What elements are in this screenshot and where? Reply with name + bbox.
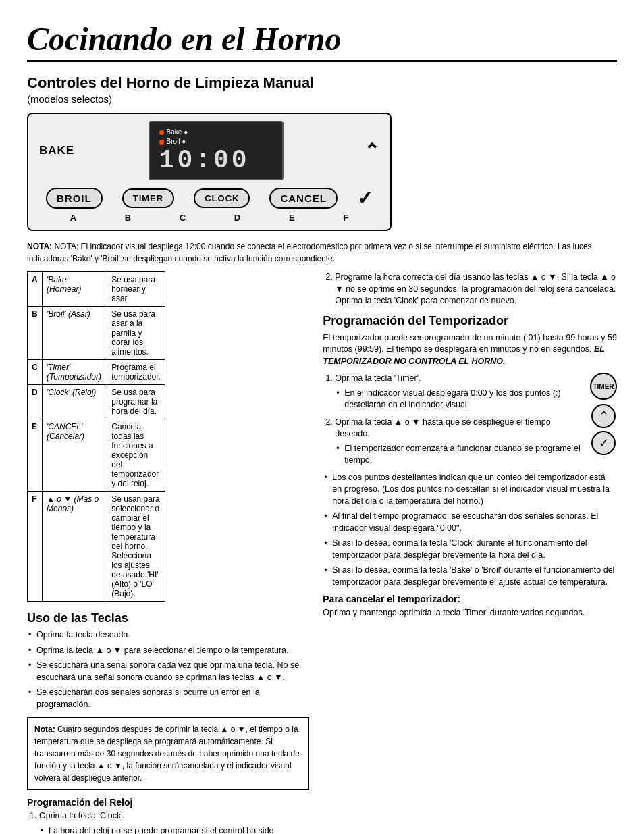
prog-temp-extra-2: Al final del tiempo programado, se escuc… (323, 511, 617, 534)
table-cell-desc: Cancela todas las funciones a excepción … (107, 419, 165, 492)
prog-reloj-list: Oprima la tecla 'Clock'. La hora del rel… (27, 810, 309, 834)
table-row: C 'Timer' (Temporizador) Programa el tem… (28, 360, 165, 385)
oven-panel: BAKE Bake ● Broil ● 10:00 ⌃ (27, 113, 392, 231)
no-controla-label: EL TEMPORIZADOR NO CONTROLA EL HORNO. (323, 344, 604, 366)
uso-bullet-list: Oprima la tecla deseada.Oprima la tecla … (27, 629, 309, 710)
note-box-label: Nota: (34, 725, 55, 734)
prog-temp-intro: El temporizador puede ser programado de … (323, 332, 617, 368)
bake-indicator-dot (159, 130, 164, 135)
table-row: A 'Bake' (Hornear) Se usa para hornear y… (28, 272, 165, 307)
bake-label: BAKE (39, 144, 74, 157)
cancelar-text: Oprima y mantenga oprimida la tecla 'Tim… (323, 607, 617, 619)
table-cell-letter: D (28, 385, 43, 419)
note-box: Nota: Cuatro segundos después de oprimir… (27, 717, 309, 790)
oven-display: Bake ● Broil ● 10:00 (149, 121, 284, 180)
list-item: Oprima la tecla ▲ o ▼ para seleccionar e… (27, 645, 309, 657)
table-cell-letter: A (28, 272, 43, 307)
letter-b: B (125, 213, 131, 223)
timer-icon-button[interactable]: TIMER (590, 373, 617, 400)
prog-reloj-step1: Oprima la tecla 'Clock'. La hora del rel… (39, 810, 309, 834)
prog-temp-extra-4: Si así lo desea, oprima la tecla 'Bake' … (323, 565, 617, 588)
prog-temp-extra-3: Si así lo desea, oprima la tecla 'Clock'… (323, 538, 617, 561)
cancel-button[interactable]: CANCEL (269, 188, 338, 209)
time-display: 10:00 (159, 148, 250, 174)
table-row: D 'Clock' (Reloj) Se usa para programar … (28, 385, 165, 419)
timer-button-area: TIMER (122, 188, 174, 208)
table-cell-name: 'Clock' (Reloj) (43, 385, 107, 419)
broil-button[interactable]: BROIL (46, 188, 103, 209)
prog-temp-bullet2: El temporizador comenzará a funcionar cu… (335, 443, 583, 467)
prog-temp-extra-bullets: Los dos puntos destellantes indican que … (323, 472, 617, 589)
table-cell-letter: B (28, 307, 43, 360)
table-cell-letter: C (28, 360, 43, 385)
prog-temp-steps: Oprima la tecla 'Timer'. En el indicador… (323, 373, 583, 467)
uso-heading: Uso de las Teclas (27, 611, 309, 625)
table-cell-desc: Se usa para programar la hora del día. (107, 385, 165, 419)
table-row: E 'CANCEL' (Cancelar) Cancela todas las … (28, 419, 165, 492)
list-item: Se escucharán dos señales sonoras si ocu… (27, 687, 309, 710)
clock-button[interactable]: CLOCK (194, 188, 250, 208)
note-box-text: Cuatro segundos después de oprimir la te… (34, 725, 300, 783)
timer-icon-area: TIMER ⌃ ✓ (590, 373, 617, 458)
down-arrow-icon[interactable]: ✓ (591, 431, 616, 455)
letter-a: A (70, 213, 76, 223)
prog-reloj-step2-list: Programe la hora correcta del día usando… (323, 271, 617, 307)
table-cell-desc: Se usa para hornear y asar. (107, 272, 165, 307)
prog-reloj-heading: Programación del Reloj (27, 797, 309, 808)
down-arrow-button[interactable]: ✓ (357, 187, 373, 209)
table-cell-desc: Programa el temporizador. (107, 360, 165, 385)
table-cell-name: 'CANCEL' (Cancelar) (43, 419, 107, 492)
prog-temp-step1: Oprima la tecla 'Timer'. En el indicador… (335, 373, 583, 411)
cancel-button-area: CANCEL (269, 188, 338, 209)
table-cell-letter: E (28, 419, 43, 492)
feature-table: A 'Bake' (Hornear) Se usa para hornear y… (27, 271, 165, 602)
list-item: Oprima la tecla deseada. (27, 629, 309, 642)
prog-temp-bullet1: En el indicador visual desplegará 0:00 y… (335, 388, 583, 411)
letter-d: D (234, 213, 240, 223)
table-cell-desc: Se usan para seleccionar o cambiar el ti… (107, 492, 165, 602)
table-cell-name: ▲ o ▼ (Más o Menos) (43, 492, 107, 602)
table-cell-name: 'Broil' (Asar) (43, 307, 107, 360)
table-row: B 'Broil' (Asar) Se usa para asar a la p… (28, 307, 165, 360)
prog-reloj-step2: Programe la hora correcta del día usando… (335, 271, 617, 307)
broil-indicator-label: Broil ● (167, 137, 186, 147)
panel-letters-row: A B C D E F (39, 213, 379, 223)
bake-indicator-label: Bake ● (167, 128, 188, 137)
table-cell-name: 'Bake' (Hornear) (43, 272, 107, 307)
up-arrow-icon[interactable]: ⌃ (591, 404, 616, 428)
cancelar-heading: Para cancelar el temporizador: (323, 594, 617, 604)
table-cell-desc: Se usa para asar a la parrilla y dorar l… (107, 307, 165, 360)
table-row: F ▲ o ▼ (Más o Menos) Se usan para selec… (28, 492, 165, 602)
letter-f: F (343, 213, 348, 223)
nota-text: NOTA: El indicador visual despliega 12:0… (27, 242, 592, 263)
page-title: Cocinando en el Horno (27, 20, 617, 62)
clock-button-area: CLOCK (194, 188, 250, 208)
prog-temp-heading: Programación del Temporizador (323, 314, 617, 328)
prog-temp-step2: Oprima la tecla ▲ o ▼ hasta que se despl… (335, 417, 583, 467)
letter-e: E (289, 213, 295, 223)
broil-button-area: BROIL (46, 188, 103, 209)
broil-indicator-dot (159, 140, 164, 145)
letter-c: C (180, 213, 186, 223)
table-cell-name: 'Timer' (Temporizador) (43, 360, 107, 385)
list-item: Se escuchará una señal sonora cada vez q… (27, 660, 309, 683)
timer-button[interactable]: TIMER (122, 188, 174, 208)
nota-label: NOTA: (27, 242, 52, 251)
section1-heading: Controles del Horno de Limpieza Manual (27, 74, 617, 92)
prog-temp-extra-1: Los dos puntos destellantes indican que … (323, 472, 617, 508)
section1-subheading: (modelos selectos) (27, 93, 617, 105)
prog-reloj-sub-bullet: La hora del reloj no se puede programar … (39, 825, 309, 835)
main-note: NOTA: NOTA: El indicador visual desplieg… (27, 240, 617, 265)
table-cell-letter: F (28, 492, 43, 602)
up-arrow-button[interactable]: ⌃ (364, 140, 379, 162)
